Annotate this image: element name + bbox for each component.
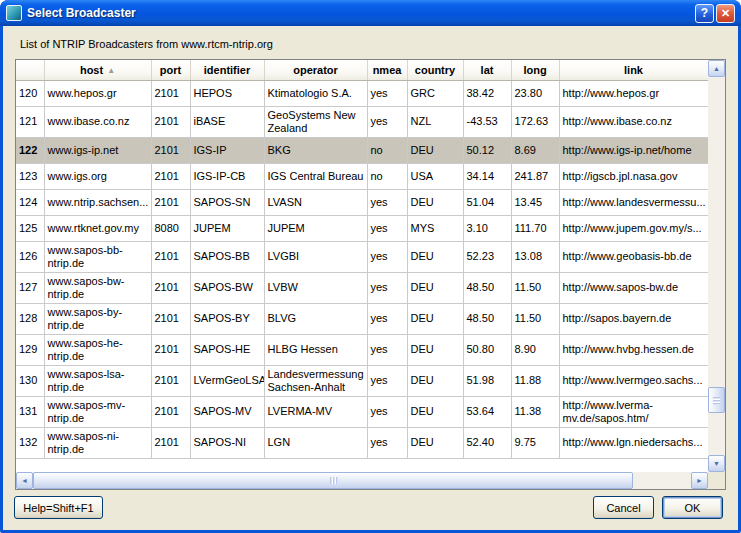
cell-identifier[interactable]: JUPEM bbox=[190, 215, 264, 241]
cell-link[interactable]: http://igscb.jpl.nasa.gov bbox=[559, 163, 708, 189]
cell-long[interactable]: 8.90 bbox=[511, 334, 559, 365]
cell-lat[interactable]: 52.40 bbox=[463, 427, 511, 458]
cell-operator[interactable]: HLBG Hessen bbox=[264, 334, 367, 365]
table-row[interactable]: 120www.hepos.gr2101HEPOSKtimatologio S.A… bbox=[16, 80, 708, 106]
cell-link[interactable]: http://sapos.bayern.de bbox=[559, 303, 708, 334]
table-row[interactable]: 132www.sapos-ni-ntrip.de2101SAPOS-NILGNy… bbox=[16, 427, 708, 458]
cell-nmea[interactable]: yes bbox=[367, 365, 407, 396]
help-button[interactable]: Help=Shift+F1 bbox=[14, 496, 103, 519]
cell-long[interactable]: 13.45 bbox=[511, 189, 559, 215]
table-row[interactable]: 129www.sapos-he-ntrip.de2101SAPOS-HEHLBG… bbox=[16, 334, 708, 365]
row-number-cell[interactable]: 123 bbox=[16, 163, 44, 189]
cell-operator[interactable]: LVGBI bbox=[264, 241, 367, 272]
cell-identifier[interactable]: SAPOS-BY bbox=[190, 303, 264, 334]
cell-nmea[interactable]: yes bbox=[367, 334, 407, 365]
cell-port[interactable]: 2101 bbox=[151, 365, 190, 396]
cell-port[interactable]: 2101 bbox=[151, 163, 190, 189]
cell-operator[interactable]: BKG bbox=[264, 137, 367, 163]
cell-identifier[interactable]: SAPOS-SN bbox=[190, 189, 264, 215]
cell-identifier[interactable]: IGS-IP-CB bbox=[190, 163, 264, 189]
cell-nmea[interactable]: yes bbox=[367, 241, 407, 272]
cell-identifier[interactable]: LVermGeoLSA bbox=[190, 365, 264, 396]
cancel-button[interactable]: Cancel bbox=[593, 496, 654, 519]
cell-identifier[interactable]: HEPOS bbox=[190, 80, 264, 106]
cell-host[interactable]: www.ibase.co.nz bbox=[44, 106, 151, 137]
cell-lat[interactable]: 50.80 bbox=[463, 334, 511, 365]
cell-port[interactable]: 2101 bbox=[151, 241, 190, 272]
cell-lat[interactable]: 48.50 bbox=[463, 303, 511, 334]
column-header-nmea[interactable]: nmea bbox=[367, 60, 407, 80]
cell-identifier[interactable]: SAPOS-BW bbox=[190, 272, 264, 303]
cell-port[interactable]: 8080 bbox=[151, 215, 190, 241]
cell-long[interactable]: 13.08 bbox=[511, 241, 559, 272]
table-row[interactable]: 122www.igs-ip.net2101IGS-IPBKGnoDEU50.12… bbox=[16, 137, 708, 163]
scroll-right-icon[interactable]: ► bbox=[691, 472, 708, 489]
column-header-country[interactable]: country bbox=[407, 60, 463, 80]
cell-nmea[interactable]: yes bbox=[367, 427, 407, 458]
row-number-cell[interactable]: 126 bbox=[16, 241, 44, 272]
table-row[interactable]: 124www.ntrip.sachsen...2101SAPOS-SNLVASN… bbox=[16, 189, 708, 215]
cell-identifier[interactable]: SAPOS-MV bbox=[190, 396, 264, 427]
cell-country[interactable]: GRC bbox=[407, 80, 463, 106]
row-number-cell[interactable]: 127 bbox=[16, 272, 44, 303]
cell-operator[interactable]: LVBW bbox=[264, 272, 367, 303]
cell-lat[interactable]: 3.10 bbox=[463, 215, 511, 241]
cell-nmea[interactable]: yes bbox=[367, 272, 407, 303]
cell-lat[interactable]: 38.42 bbox=[463, 80, 511, 106]
cell-nmea[interactable]: yes bbox=[367, 215, 407, 241]
cell-long[interactable]: 23.80 bbox=[511, 80, 559, 106]
cell-link[interactable]: http://www.hvbg.hessen.de bbox=[559, 334, 708, 365]
cell-host[interactable]: www.rtknet.gov.my bbox=[44, 215, 151, 241]
horizontal-scrollbar[interactable]: ◄ ► bbox=[16, 472, 708, 489]
cell-link[interactable]: http://www.landesvermessu... bbox=[559, 189, 708, 215]
column-header-link[interactable]: link bbox=[559, 60, 708, 80]
cell-host[interactable]: www.sapos-lsa-ntrip.de bbox=[44, 365, 151, 396]
table-row[interactable]: 125www.rtknet.gov.my8080JUPEMJUPEMyesMYS… bbox=[16, 215, 708, 241]
cell-country[interactable]: DEU bbox=[407, 365, 463, 396]
cell-nmea[interactable]: yes bbox=[367, 80, 407, 106]
row-number-cell[interactable]: 132 bbox=[16, 427, 44, 458]
cell-port[interactable]: 2101 bbox=[151, 427, 190, 458]
cell-long[interactable]: 11.38 bbox=[511, 396, 559, 427]
row-number-cell[interactable]: 122 bbox=[16, 137, 44, 163]
cell-country[interactable]: DEU bbox=[407, 334, 463, 365]
cell-long[interactable]: 9.75 bbox=[511, 427, 559, 458]
cell-nmea[interactable]: yes bbox=[367, 106, 407, 137]
cell-country[interactable]: NZL bbox=[407, 106, 463, 137]
cell-host[interactable]: www.sapos-ni-ntrip.de bbox=[44, 427, 151, 458]
cell-operator[interactable]: BLVG bbox=[264, 303, 367, 334]
cell-country[interactable]: DEU bbox=[407, 241, 463, 272]
cell-host[interactable]: www.igs-ip.net bbox=[44, 137, 151, 163]
cell-host[interactable]: www.sapos-bb-ntrip.de bbox=[44, 241, 151, 272]
column-header-lat[interactable]: lat bbox=[463, 60, 511, 80]
titlebar[interactable]: Select Broadcaster ? ✕ bbox=[0, 0, 741, 26]
scroll-down-icon[interactable]: ▼ bbox=[708, 455, 725, 472]
table-row[interactable]: 127www.sapos-bw-ntrip.de2101SAPOS-BWLVBW… bbox=[16, 272, 708, 303]
table-row[interactable]: 123www.igs.org2101IGS-IP-CBIGS Central B… bbox=[16, 163, 708, 189]
cell-port[interactable]: 2101 bbox=[151, 137, 190, 163]
cell-country[interactable]: DEU bbox=[407, 427, 463, 458]
cell-port[interactable]: 2101 bbox=[151, 396, 190, 427]
cell-lat[interactable]: 34.14 bbox=[463, 163, 511, 189]
cell-identifier[interactable]: SAPOS-NI bbox=[190, 427, 264, 458]
cell-lat[interactable]: 48.50 bbox=[463, 272, 511, 303]
cell-country[interactable]: DEU bbox=[407, 396, 463, 427]
cell-long[interactable]: 8.69 bbox=[511, 137, 559, 163]
cell-host[interactable]: www.sapos-he-ntrip.de bbox=[44, 334, 151, 365]
row-number-cell[interactable]: 128 bbox=[16, 303, 44, 334]
cell-port[interactable]: 2101 bbox=[151, 189, 190, 215]
cell-long[interactable]: 11.50 bbox=[511, 303, 559, 334]
cell-long[interactable]: 172.63 bbox=[511, 106, 559, 137]
row-number-cell[interactable]: 124 bbox=[16, 189, 44, 215]
cell-operator[interactable]: IGS Central Bureau bbox=[264, 163, 367, 189]
column-header-operator[interactable]: operator bbox=[264, 60, 367, 80]
cell-long[interactable]: 11.88 bbox=[511, 365, 559, 396]
vertical-scrollbar[interactable]: ▲ ▼ bbox=[708, 60, 725, 472]
cell-host[interactable]: www.sapos-bw-ntrip.de bbox=[44, 272, 151, 303]
row-number-cell[interactable]: 129 bbox=[16, 334, 44, 365]
cell-operator[interactable]: LVASN bbox=[264, 189, 367, 215]
cell-country[interactable]: USA bbox=[407, 163, 463, 189]
column-header-row-number[interactable] bbox=[16, 60, 44, 80]
cell-port[interactable]: 2101 bbox=[151, 303, 190, 334]
cell-host[interactable]: www.sapos-mv-ntrip.de bbox=[44, 396, 151, 427]
